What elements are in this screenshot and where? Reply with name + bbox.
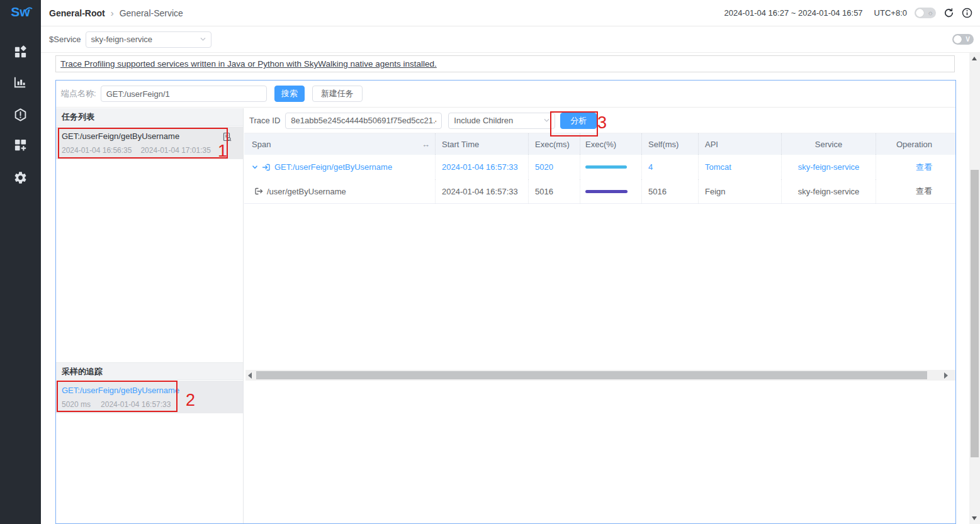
dark-mode-toggle[interactable]: ☼ (915, 8, 936, 18)
span-endpoint-link[interactable]: GET:/userFeign/getByUsername (274, 162, 392, 172)
bar-chart-icon (13, 75, 28, 89)
exec-pct-bar (585, 165, 627, 169)
alert-hexagon-icon (13, 108, 28, 122)
scroll-up-arrow[interactable] (972, 57, 977, 60)
service-cell: sky-feign-service (781, 155, 876, 179)
span-row-exit[interactable]: /user/getByUsername 2024-01-04 16:57:33 … (244, 179, 955, 204)
col-span: Span ↔ (244, 133, 435, 155)
col-start-time: Start Time (435, 133, 528, 155)
sampled-trace-duration: 5020 ms (62, 400, 91, 409)
operation-cell: 查看 (876, 155, 948, 179)
column-resize-handle[interactable]: ↔ (422, 140, 430, 149)
span-cell: /user/getByUsername (244, 179, 435, 203)
time-range-display[interactable]: 2024-01-04 16:27 ~ 2024-01-04 16:57 (724, 8, 863, 18)
toggle-knob (916, 9, 924, 17)
self-ms-cell: 4 (641, 155, 698, 179)
task-end-time: 2024-01-04 17:01:35 (140, 146, 210, 155)
task-list-item[interactable]: GET:/userFeign/getByUsername 2024-01-04 … (56, 126, 243, 159)
vertical-scrollbar[interactable] (969, 53, 980, 524)
col-api: API (698, 133, 781, 155)
exec-pct-cell (580, 179, 641, 203)
version-toggle[interactable]: V (952, 34, 974, 45)
collapse-children-toggle[interactable] (252, 164, 258, 170)
sidebar-item-settings[interactable] (13, 170, 28, 185)
vertical-scroll-thumb[interactable] (971, 170, 979, 457)
sampled-trace-endpoint[interactable]: GET:/userFeign/getByUsername (62, 386, 237, 395)
refresh-icon (943, 8, 954, 18)
search-button[interactable]: 搜索 (274, 86, 305, 102)
info-button[interactable] (962, 8, 972, 18)
start-time-cell: 2024-01-04 16:57:33 (435, 179, 528, 203)
right-column: Trace ID Include Children 分析 Span ↔ Star… (244, 108, 955, 523)
refresh-button[interactable] (943, 8, 954, 18)
skywalking-logo[interactable]: Sw (0, 4, 41, 20)
scroll-left-arrow[interactable] (248, 372, 252, 379)
view-task-detail-button[interactable] (222, 132, 232, 144)
sidebar-item-dashboards[interactable] (13, 45, 28, 59)
main-content: Trace Profiling supported services writt… (41, 53, 980, 524)
breadcrumb-current[interactable]: General-Service (120, 8, 183, 18)
chevron-down-icon (200, 36, 206, 42)
col-span-label: Span (252, 140, 271, 149)
horizontal-scroll-thumb[interactable] (256, 371, 927, 379)
start-time-cell: 2024-01-04 16:57:33 (435, 155, 528, 179)
version-toggle-label: V (966, 34, 970, 45)
endpoint-name-input[interactable] (101, 86, 267, 102)
scroll-right-arrow[interactable] (944, 372, 948, 379)
span-cell: GET:/userFeign/getByUsername (244, 155, 435, 179)
self-ms-cell: 5016 (641, 179, 698, 203)
info-icon (962, 8, 972, 18)
include-children-select[interactable]: Include Children (448, 113, 555, 129)
include-children-value: Include Children (454, 116, 540, 125)
top-header: General-Root › General-Service 2024-01-0… (41, 0, 980, 26)
task-dates: 2024-01-04 16:56:35 2024-01-04 17:01:35 (62, 146, 237, 155)
scroll-down-arrow[interactable] (972, 516, 977, 520)
gear-icon (13, 170, 28, 185)
chevron-down-icon (544, 118, 549, 123)
service-link[interactable]: sky-feign-service (798, 162, 860, 172)
api-cell: Tomcat (698, 155, 781, 179)
horizontal-scrollbar[interactable] (245, 370, 955, 381)
service-label: sky-feign-service (798, 187, 860, 196)
analyze-toolbar: Trace ID Include Children 分析 (244, 108, 955, 133)
left-column: 任务列表 GET:/userFeign/getByUsername 2024-0… (56, 108, 244, 523)
dashboard-icon (13, 45, 28, 59)
chevron-down-icon (252, 164, 258, 170)
sidebar-item-alerts[interactable] (13, 108, 28, 122)
analyze-button[interactable]: 分析 (560, 113, 597, 129)
exec-pct-bar (585, 190, 628, 193)
timezone-label: UTC+8:0 (874, 8, 907, 18)
service-cell: sky-feign-service (781, 179, 876, 203)
sidebar-item-charts[interactable] (13, 75, 28, 89)
service-select[interactable]: sky-feign-service (86, 31, 211, 48)
grid-plus-icon (13, 138, 28, 152)
breadcrumb-separator: › (111, 8, 114, 18)
sampled-trace-item[interactable]: GET:/userFeign/getByUsername 5020 ms 202… (56, 381, 243, 413)
trace-id-label: Trace ID (249, 116, 280, 125)
new-task-button[interactable]: 新建任务 (312, 86, 363, 102)
toggle-knob (954, 35, 962, 43)
api-link[interactable]: Tomcat (705, 162, 731, 172)
view-span-link[interactable]: 查看 (916, 186, 932, 197)
exit-span-icon (254, 187, 263, 196)
task-log-search-icon (222, 132, 232, 142)
task-list-header: 任务列表 (56, 108, 243, 126)
trace-id-input[interactable] (285, 113, 442, 129)
span-endpoint-link[interactable]: /user/getByUsername (267, 187, 346, 196)
trace-profiling-doc-link[interactable]: Trace Profiling supported services writt… (60, 59, 437, 69)
breadcrumb-root[interactable]: General-Root (49, 8, 105, 18)
service-label: $Service (49, 35, 81, 44)
trace-profiling-panel: 端点名称: 搜索 新建任务 任务列表 GET:/userFeign/getByU… (55, 80, 956, 524)
view-span-link[interactable]: 查看 (916, 162, 932, 173)
logo-swoosh-icon (25, 6, 33, 12)
exec-pct-cell (580, 155, 641, 179)
topbar-right: 2024-01-04 16:27 ~ 2024-01-04 16:57 UTC+… (724, 8, 973, 18)
col-service: Service (781, 133, 876, 155)
span-row-entry[interactable]: GET:/userFeign/getByUsername 2024-01-04 … (244, 155, 955, 179)
api-cell: Feign (698, 179, 781, 203)
sidebar-item-marketplace[interactable] (13, 138, 28, 152)
task-endpoint: GET:/userFeign/getByUsername (62, 131, 237, 141)
sampled-trace-meta: 5020 ms 2024-01-04 16:57:33 (62, 400, 237, 409)
exec-ms-cell: 5016 (528, 179, 580, 203)
notice-banner: Trace Profiling supported services writt… (55, 55, 955, 72)
